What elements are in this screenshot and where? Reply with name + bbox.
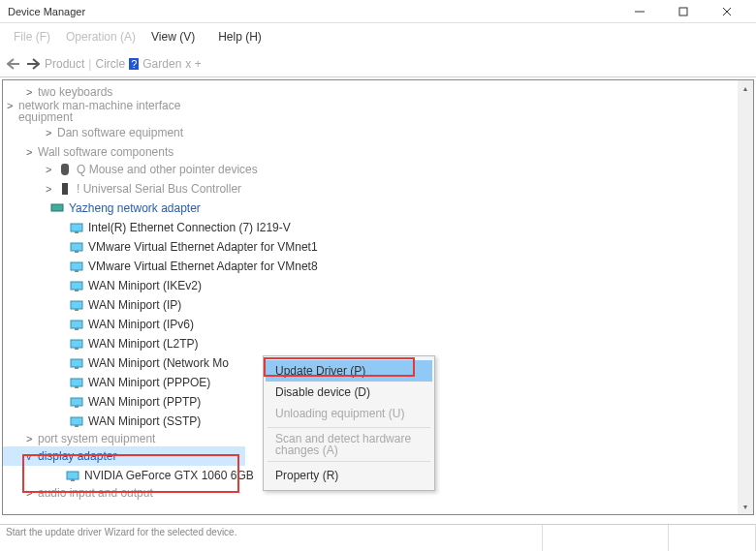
svg-rect-12 bbox=[75, 290, 79, 291]
toolbar-circle: Circle bbox=[95, 57, 125, 71]
toolbar-product: Product bbox=[45, 57, 84, 71]
ctx-unload[interactable]: Unloading equipment (U) bbox=[266, 403, 432, 424]
ctx-label: Property (R) bbox=[275, 469, 338, 482]
svg-rect-6 bbox=[75, 231, 79, 233]
close-button[interactable] bbox=[705, 0, 748, 23]
display-adapter-icon bbox=[65, 468, 80, 483]
expander-icon[interactable]: > bbox=[26, 146, 36, 158]
network-adapter-icon bbox=[69, 297, 84, 313]
menu-view[interactable]: View (V) bbox=[143, 30, 203, 44]
tree-node-yazheng[interactable]: Yazheng network adapter bbox=[3, 199, 753, 218]
ctx-scan[interactable]: Scan and detect hardware changes (A) bbox=[266, 431, 432, 458]
menu-file[interactable]: File (F) bbox=[6, 30, 58, 44]
node-label: Intel(R) Ethernet Connection (7) I219-V bbox=[88, 221, 291, 234]
node-label: Yazheng network adapter bbox=[69, 201, 201, 215]
svg-rect-19 bbox=[71, 359, 82, 367]
titlebar: Device Manager bbox=[0, 0, 756, 23]
network-adapter-icon bbox=[69, 375, 84, 390]
node-label: WAN Miniport (IKEv2) bbox=[88, 279, 202, 292]
menu-help[interactable]: Help (H) bbox=[210, 30, 269, 44]
usb-icon bbox=[57, 181, 73, 197]
svg-rect-23 bbox=[71, 398, 82, 406]
scroll-down-button[interactable]: ▾ bbox=[738, 499, 753, 514]
svg-rect-25 bbox=[71, 417, 82, 425]
expander-icon[interactable]: > bbox=[26, 487, 36, 499]
node-label: two keyboards bbox=[38, 85, 112, 99]
statusbar: Start the update driver Wizard for the s… bbox=[0, 524, 756, 551]
expander-icon[interactable]: > bbox=[7, 100, 16, 111]
vertical-scrollbar[interactable]: ▴ ▾ bbox=[738, 80, 753, 514]
maximize-button[interactable] bbox=[661, 0, 705, 23]
context-menu: Update Driver (P) Disable device (D) Unl… bbox=[263, 355, 435, 491]
ctx-separator bbox=[268, 427, 430, 428]
expander-icon[interactable]: > bbox=[26, 86, 36, 98]
network-adapter-icon bbox=[69, 394, 84, 410]
tree-node-net-item[interactable]: WAN Miniport (L2TP) bbox=[3, 334, 753, 353]
toolbar-help-icon[interactable]: ? bbox=[129, 58, 139, 70]
svg-rect-22 bbox=[75, 386, 79, 388]
expander-icon[interactable]: > bbox=[26, 433, 36, 444]
ctx-label: Update Driver (P) bbox=[275, 364, 365, 378]
menubar: File (F) Operation (A) View (V) Help (H) bbox=[0, 23, 756, 50]
expander-icon[interactable]: > bbox=[46, 127, 55, 138]
svg-rect-24 bbox=[75, 406, 79, 408]
svg-rect-20 bbox=[75, 367, 79, 369]
ctx-label: Disable device (D) bbox=[275, 385, 370, 399]
node-label: Q Mouse and other pointer devices bbox=[77, 163, 258, 176]
svg-rect-1 bbox=[679, 8, 687, 15]
tree-node-net-item[interactable]: VMware Virtual Ethernet Adapter for VMne… bbox=[3, 237, 753, 257]
mouse-icon bbox=[57, 162, 73, 177]
tree-node-keyboards[interactable]: > two keyboards bbox=[3, 84, 753, 100]
tree-node-dan-software[interactable]: > Dan software equipment bbox=[3, 125, 753, 140]
ctx-update-driver[interactable]: Update Driver (P) bbox=[266, 360, 432, 382]
minimize-button[interactable] bbox=[617, 0, 661, 23]
forward-button[interactable] bbox=[25, 56, 41, 72]
tree-node-wall-software[interactable]: > Wall software components bbox=[3, 144, 753, 160]
tree-node-usb[interactable]: > ! Universal Serial Bus Controller bbox=[3, 179, 753, 199]
tree-node-net-item[interactable]: WAN Miniport (IKEv2) bbox=[3, 276, 753, 295]
tree-node-network-mmi[interactable]: > network man-machine interface equipmen… bbox=[3, 100, 753, 125]
status-text: Start the update driver Wizard for the s… bbox=[0, 525, 543, 551]
tree-node-net-item[interactable]: WAN Miniport (IP) bbox=[3, 295, 753, 315]
scroll-up-button[interactable]: ▴ bbox=[738, 80, 753, 96]
expander-icon[interactable]: > bbox=[46, 183, 55, 195]
network-adapter-icon bbox=[69, 336, 84, 352]
node-label: Wall software components bbox=[38, 145, 173, 159]
back-button[interactable] bbox=[6, 56, 21, 72]
node-label: WAN Miniport (SSTP) bbox=[88, 414, 201, 428]
svg-rect-11 bbox=[71, 282, 82, 290]
window-controls bbox=[617, 0, 748, 23]
ctx-property[interactable]: Property (R) bbox=[266, 465, 432, 486]
ctx-disable-device[interactable]: Disable device (D) bbox=[266, 382, 432, 403]
node-label: WAN Miniport (IPv6) bbox=[88, 318, 194, 331]
menu-operation[interactable]: Operation (A) bbox=[58, 30, 143, 44]
node-label: NVIDIA GeForce GTX 1060 6GB bbox=[84, 469, 254, 482]
network-adapter-icon bbox=[69, 317, 84, 332]
svg-rect-4 bbox=[51, 204, 63, 211]
expander-icon[interactable]: v bbox=[26, 450, 36, 462]
svg-rect-28 bbox=[71, 479, 75, 481]
node-label: WAN Miniport (PPPOE) bbox=[88, 376, 210, 389]
tree-node-net-item[interactable]: WAN Miniport (IPv6) bbox=[3, 315, 753, 334]
tree-node-net-item[interactable]: Intel(R) Ethernet Connection (7) I219-V bbox=[3, 218, 753, 237]
svg-rect-27 bbox=[67, 472, 79, 479]
node-label: WAN Miniport (IP) bbox=[88, 298, 181, 312]
node-label: VMware Virtual Ethernet Adapter for VMne… bbox=[88, 260, 318, 273]
node-label: ! Universal Serial Bus Controller bbox=[77, 182, 241, 196]
node-label: WAN Miniport (Network Mo bbox=[88, 356, 229, 370]
node-label: audio input and output bbox=[38, 486, 153, 500]
svg-rect-8 bbox=[75, 251, 79, 253]
tree-node-net-item[interactable]: VMware Virtual Ethernet Adapter for VMne… bbox=[3, 257, 753, 276]
status-cell-2 bbox=[543, 525, 669, 551]
toolbar-extra: x + bbox=[185, 57, 201, 71]
network-adapter-icon bbox=[69, 413, 84, 429]
node-label: WAN Miniport (PPTP) bbox=[88, 395, 201, 409]
svg-rect-16 bbox=[75, 328, 79, 330]
svg-rect-5 bbox=[71, 224, 82, 231]
network-adapter-icon bbox=[69, 278, 84, 293]
expander-icon[interactable]: > bbox=[46, 164, 55, 175]
tree-node-display-adapter[interactable]: v display adapter bbox=[3, 446, 245, 466]
svg-rect-15 bbox=[71, 321, 82, 328]
tree-node-mouse[interactable]: > Q Mouse and other pointer devices bbox=[3, 160, 753, 179]
svg-rect-26 bbox=[75, 425, 79, 427]
